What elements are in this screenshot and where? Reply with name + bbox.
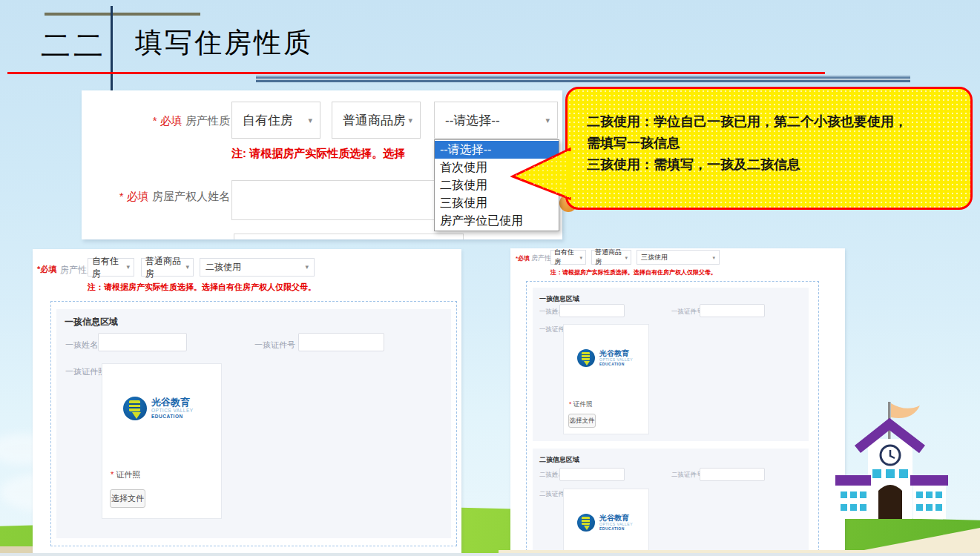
accent-line-navy [111, 6, 113, 96]
property-nature-label: * 必填 房产性质 [99, 114, 230, 128]
slide: 二二 填写住房性质 * 必填 房产性质 自有住房 ▾ 普通商品房 ▾ --请选择… [0, 0, 980, 556]
usage-select-value: 三孩使用 [641, 253, 668, 262]
housing-type-value: 自有住房 [554, 248, 579, 267]
child1-id-input[interactable] [298, 333, 384, 351]
chevron-down-icon: ▾ [625, 255, 628, 260]
logo-mark [577, 349, 595, 367]
chevron-down-icon: ▾ [308, 116, 312, 125]
logo-glyph [582, 352, 590, 360]
choose-file-button[interactable]: 选择文件 [568, 414, 596, 428]
accent-line-olive [45, 13, 200, 16]
child1-id-label: 一孩证件号 [254, 340, 295, 351]
form-note: 注：请根据房产实际性质选择。选择自有住房产权人仅限父母。 [550, 268, 717, 277]
logo-name-cn: 光谷教育 [599, 514, 633, 523]
commodity-type-select[interactable]: 普通商品房 ▾ [141, 258, 194, 277]
photo-required-text: 证件照 [573, 400, 593, 408]
required-badge: * 必填 [153, 114, 182, 127]
section-title: 二孩信息区域 [539, 455, 579, 465]
logo-glyph [129, 400, 140, 411]
school-illustration [835, 400, 948, 523]
required-badge: *必填 [516, 254, 530, 262]
commodity-type-value: 普通商品房 [145, 255, 185, 280]
logo-triangle [584, 526, 590, 530]
child1-id-label: 一孩证件号 [671, 308, 703, 317]
optics-valley-logo: 光谷教育 OPTICS VALLEY EDUCATION [577, 514, 633, 532]
logo-name-en: EDUCATION [151, 414, 194, 420]
commodity-type-select[interactable]: 普通商品房 ▾ [332, 102, 421, 139]
logo-mark [577, 514, 595, 532]
housing-type-select[interactable]: 自有住房 ▾ [231, 102, 320, 139]
required-badge: * 必填 [119, 190, 149, 202]
usage-select[interactable]: 三孩使用 ▾ [637, 250, 720, 265]
chevron-down-icon: ▾ [185, 264, 189, 271]
page-title: 填写住房性质 [135, 24, 313, 62]
commodity-type-value: 普通商品房 [343, 112, 406, 129]
chevron-down-icon: ▾ [305, 264, 309, 271]
commodity-type-select[interactable]: 普通商品房 ▾ [591, 250, 631, 265]
child2-id-label: 二孩证件号 [671, 471, 703, 480]
right-form-screenshot: *必填 房产性质 自有住房 ▾ 普通商品房 ▾ 三孩使用 ▾ 注：请根据房产实际… [510, 248, 845, 552]
child1-name-input[interactable] [559, 304, 625, 317]
housing-type-select[interactable]: 自有住房 ▾ [550, 250, 586, 265]
child2-name-input[interactable] [559, 468, 625, 481]
photo-required-label: * 证件照 [569, 400, 592, 409]
callout-line: 需填写一孩信息 [587, 133, 953, 154]
title-underline-steel [256, 76, 910, 82]
housing-type-select[interactable]: 自有住房 ▾ [88, 258, 134, 277]
asterisk-icon: * [111, 470, 114, 479]
logo-glyph [582, 517, 590, 525]
usage-select-value: --请选择-- [445, 112, 500, 129]
form-note: 注: 请根据房产实际性质选择。选择 [231, 147, 405, 161]
logo-triangle [584, 361, 590, 365]
owner-name-label: * 必填 房屋产权人姓名 [89, 190, 230, 204]
child2-id-input[interactable] [700, 468, 765, 481]
callout-line: 二孩使用：学位自己一孩已用，第二个小孩也要使用， [587, 111, 953, 133]
usage-select[interactable]: 二孩使用 ▾ [200, 258, 315, 277]
left-form-screenshot: *必填 房产性质 自有住房 ▾ 普通商品房 ▾ 二孩使用 ▾ 注：请根据房产实际… [33, 249, 461, 553]
callout-bubble: 二孩使用：学位自己一孩已用，第二个小孩也要使用， 需填写一孩信息 三孩使用：需填… [565, 87, 973, 210]
dropdown-option[interactable]: 房产学位已使用 [435, 212, 559, 230]
child1-photo-box: 光谷教育 OPTICS VALLEY EDUCATION * 证件照 选择文件 [102, 363, 222, 519]
photo-required-text: 证件照 [116, 470, 140, 479]
logo-mark [123, 397, 147, 420]
optics-valley-logo: 光谷教育 OPTICS VALLEY EDUCATION [123, 397, 194, 420]
owner-name-label-text: 房屋产权人姓名 [152, 190, 230, 202]
commodity-type-value: 普通商品房 [595, 248, 625, 267]
logo-name-en: OPTICS VALLEY [151, 408, 194, 414]
child1-name-input[interactable] [98, 333, 187, 351]
choose-file-button[interactable]: 选择文件 [110, 489, 145, 508]
required-badge: *必填 [37, 264, 56, 275]
bottom-edge-strip [0, 553, 980, 556]
photo-required-label: * 证件照 [111, 469, 140, 480]
optics-valley-logo: 光谷教育 OPTICS VALLEY EDUCATION [577, 349, 633, 367]
child1-id-input[interactable] [700, 304, 765, 317]
callout-tail [510, 147, 571, 209]
child2-photo-box: 光谷教育 OPTICS VALLEY EDUCATION [563, 489, 649, 552]
chevron-down-icon: ▾ [408, 116, 412, 125]
child1-photo-label: 一孩证件照 [65, 366, 106, 377]
asterisk-icon: * [569, 400, 571, 408]
housing-type-value: 自有住房 [92, 255, 126, 280]
section-title: 一孩信息区域 [65, 316, 118, 328]
callout-line: 三孩使用：需填写，一孩及二孩信息 [587, 154, 953, 176]
section-title: 一孩信息区域 [539, 294, 579, 304]
chevron-down-icon: ▾ [126, 264, 130, 271]
logo-name-en: EDUCATION [599, 526, 633, 531]
chevron-down-icon: ▾ [712, 255, 715, 260]
form-note: 注：请根据房产实际性质选择。选择自有住房产权人仅限父母。 [88, 282, 316, 293]
usage-select[interactable]: --请选择-- ▾ [434, 102, 558, 139]
child1-name-label: 一孩姓名 [65, 340, 98, 351]
usage-select-value: 二孩使用 [205, 261, 241, 274]
title-underline-red [7, 72, 825, 74]
child1-photo-box: 光谷教育 OPTICS VALLEY EDUCATION * 证件照 选择文件 [563, 324, 649, 434]
logo-triangle [132, 412, 141, 419]
logo-name-cn: 光谷教育 [599, 350, 633, 358]
property-nature-label-text: 房产性质 [185, 114, 230, 127]
logo-name-cn: 光谷教育 [151, 397, 194, 408]
logo-name-en: EDUCATION [599, 362, 633, 366]
chevron-down-icon: ▾ [545, 116, 550, 125]
chevron-down-icon: ▾ [579, 255, 582, 260]
housing-type-value: 自有住房 [243, 112, 293, 129]
next-field-input-partial[interactable] [234, 234, 464, 239]
section-number: 二二 [41, 25, 106, 66]
